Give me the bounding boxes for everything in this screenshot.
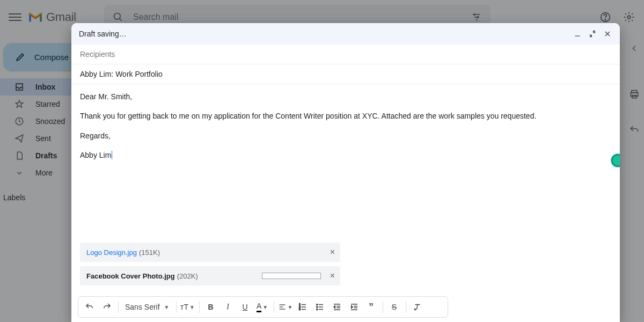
svg-rect-14 bbox=[575, 36, 580, 36]
attachment-size: (151K) bbox=[139, 248, 160, 257]
italic-button[interactable]: I bbox=[220, 299, 236, 315]
indent-more-button[interactable] bbox=[346, 299, 362, 315]
inbox-icon bbox=[13, 80, 26, 93]
attachment-name: Facebook Cover Photo.jpg bbox=[86, 272, 175, 280]
compose-label: Compose bbox=[34, 53, 69, 62]
compose-body[interactable]: Dear Mr. Smith, Thank you for getting ba… bbox=[71, 84, 620, 243]
sidebar-item-label: Snoozed bbox=[35, 117, 65, 126]
close-icon[interactable] bbox=[603, 29, 612, 39]
recipients-field[interactable]: Recipients bbox=[71, 45, 620, 64]
remove-formatting-button[interactable] bbox=[409, 299, 426, 315]
clock-icon bbox=[13, 115, 26, 128]
attachment-chip[interactable]: Logo Design.jpg (151K)× bbox=[80, 243, 340, 262]
brand-text: Gmail bbox=[46, 10, 76, 24]
body-signature: Abby Lim bbox=[80, 151, 111, 159]
font-size-button[interactable]: тT▼ bbox=[180, 299, 196, 315]
sidebar-item-label: Sent bbox=[35, 134, 51, 143]
gmail-logo-icon bbox=[28, 11, 43, 23]
settings-icon[interactable] bbox=[623, 11, 635, 24]
body-greeting: Dear Mr. Smith, bbox=[80, 91, 611, 103]
numbered-list-button[interactable]: 123 bbox=[295, 299, 311, 315]
fullscreen-exit-icon[interactable] bbox=[588, 29, 597, 39]
text-color-button[interactable]: A▼ bbox=[254, 299, 270, 315]
undo-icon[interactable] bbox=[628, 123, 641, 136]
svg-rect-13 bbox=[632, 96, 636, 98]
svg-point-8 bbox=[605, 19, 605, 20]
attachment-name: Logo Design.jpg bbox=[86, 248, 137, 257]
file-icon bbox=[13, 149, 26, 162]
redo-button[interactable] bbox=[99, 299, 115, 315]
undo-button[interactable] bbox=[82, 299, 98, 315]
support-icon[interactable] bbox=[599, 11, 612, 24]
compose-window: Draft saving… Recipients Abby Lim: Work … bbox=[71, 23, 620, 322]
print-icon[interactable] bbox=[628, 88, 641, 101]
indent-less-button[interactable] bbox=[329, 299, 345, 315]
gmail-logo[interactable]: Gmail bbox=[28, 10, 76, 24]
search-icon[interactable] bbox=[112, 11, 125, 24]
body-signoff: Regards, bbox=[80, 130, 611, 142]
sidebar-item-label: Starred bbox=[35, 100, 60, 108]
chevron-icon bbox=[13, 166, 26, 179]
caret-down-icon: ▼ bbox=[164, 304, 170, 310]
quote-button[interactable]: ” bbox=[363, 299, 379, 315]
grammarly-icon[interactable] bbox=[611, 154, 620, 167]
underline-button[interactable]: U bbox=[237, 299, 253, 315]
subject-field[interactable]: Abby Lim: Work Portfolio bbox=[71, 64, 620, 84]
font-family-select[interactable]: Sans Serif▼ bbox=[122, 303, 173, 311]
svg-point-29 bbox=[316, 309, 317, 310]
sidebar-item-label: Inbox bbox=[35, 83, 55, 91]
svg-text:3: 3 bbox=[299, 308, 301, 311]
minimize-icon[interactable] bbox=[573, 29, 582, 39]
svg-point-27 bbox=[316, 304, 317, 305]
svg-line-1 bbox=[119, 19, 121, 21]
bold-button[interactable]: B bbox=[203, 299, 219, 315]
sidebar-item-label: Drafts bbox=[35, 151, 57, 160]
sidebar-item-label: More bbox=[35, 169, 53, 177]
svg-point-0 bbox=[114, 13, 120, 20]
send-icon bbox=[13, 132, 26, 145]
svg-point-6 bbox=[477, 17, 479, 18]
bullet-list-button[interactable] bbox=[312, 299, 328, 315]
compose-title: Draft saving… bbox=[79, 30, 127, 38]
formatting-toolbar: Sans Serif▼ тT▼ B I U A▼ ▼ 123 ” S bbox=[78, 296, 448, 318]
menu-icon[interactable] bbox=[9, 11, 21, 24]
svg-point-28 bbox=[316, 306, 317, 308]
text-cursor bbox=[112, 151, 112, 159]
attachment-chip[interactable]: Facebook Cover Photo.jpg (202K)× bbox=[80, 266, 340, 286]
body-paragraph: Thank you for getting back to me on my a… bbox=[80, 110, 611, 122]
remove-attachment-icon[interactable]: × bbox=[330, 271, 335, 281]
strikethrough-button[interactable]: S bbox=[386, 299, 402, 315]
remove-attachment-icon[interactable]: × bbox=[330, 247, 335, 257]
attachment-size: (202K) bbox=[177, 272, 198, 280]
search-input[interactable] bbox=[132, 12, 463, 23]
upload-progress bbox=[262, 273, 321, 279]
chevron-left-icon[interactable] bbox=[628, 42, 641, 55]
svg-point-5 bbox=[474, 14, 475, 16]
align-button[interactable]: ▼ bbox=[277, 299, 294, 315]
search-options-icon[interactable] bbox=[470, 11, 483, 24]
star-icon bbox=[13, 98, 26, 111]
svg-point-9 bbox=[627, 16, 631, 19]
pencil-icon bbox=[14, 50, 27, 63]
